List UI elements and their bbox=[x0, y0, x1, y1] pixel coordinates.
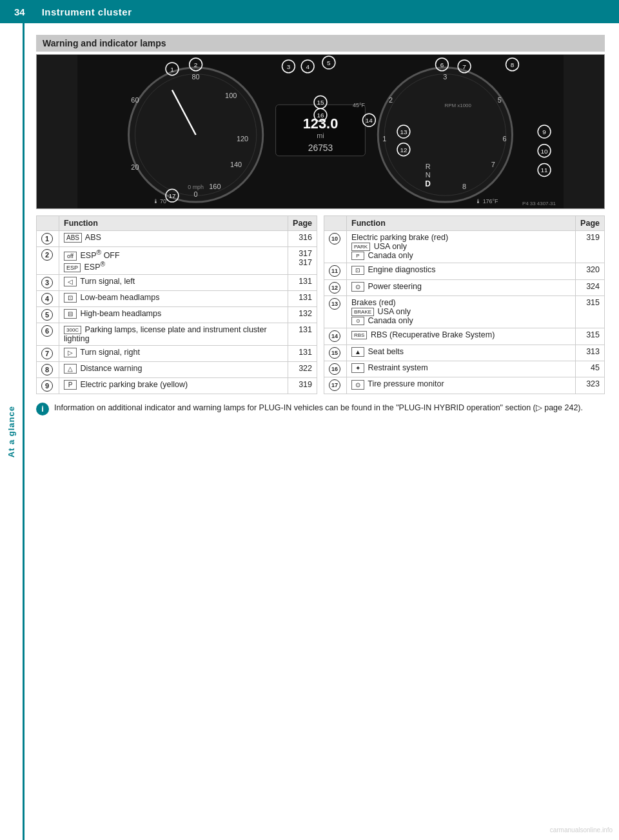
high-beam-icon: ⊟ bbox=[64, 309, 77, 319]
page-body: At a glance Warning and indicator lamps … bbox=[0, 23, 619, 840]
row-page: 131 bbox=[288, 323, 317, 345]
svg-text:14: 14 bbox=[366, 117, 373, 124]
svg-text:20: 20 bbox=[131, 163, 139, 171]
svg-text:4: 4 bbox=[306, 63, 310, 70]
row-function: 300C Parking lamps, license plate and in… bbox=[59, 323, 288, 345]
row-page: 320 bbox=[576, 263, 605, 279]
park-canada-icon: P bbox=[351, 252, 364, 260]
info-icon: i bbox=[36, 403, 49, 415]
svg-text:N: N bbox=[426, 171, 431, 179]
seatbelt-icon: ▲ bbox=[351, 347, 364, 357]
row-num: 2 bbox=[41, 249, 53, 261]
svg-text:6: 6 bbox=[440, 61, 444, 68]
svg-text:2: 2 bbox=[194, 61, 198, 68]
row-num: 13 bbox=[329, 298, 340, 310]
power-steering-icon: ⊙ bbox=[351, 282, 364, 292]
epb-yellow-icon: P bbox=[64, 380, 77, 390]
row-function: ✦ Restraint system bbox=[347, 361, 576, 377]
engine-diag-icon: ⊡ bbox=[351, 266, 364, 275]
row-function: ⊙ Power steering bbox=[347, 279, 576, 295]
table-row: 11 ⊡ Engine diagnostics 320 bbox=[324, 263, 605, 279]
row-function: △ Distance warning bbox=[59, 361, 288, 377]
row-page: 324 bbox=[576, 279, 605, 295]
row-page: 131 bbox=[288, 290, 317, 306]
row-page: 323 bbox=[576, 377, 605, 394]
svg-text:160: 160 bbox=[209, 183, 221, 190]
row-num: 17 bbox=[329, 379, 340, 391]
section-title: Warning and indicator lamps bbox=[36, 35, 605, 52]
table-row: 3 ◁ Turn signal, left 131 bbox=[37, 274, 317, 290]
tables-section: Function Page 1 ABS ABS 316 2 bbox=[36, 215, 605, 394]
restraint-icon: ✦ bbox=[351, 363, 364, 373]
table-row: 5 ⊟ High-beam headlamps 132 bbox=[37, 306, 317, 323]
svg-text:8: 8 bbox=[511, 61, 515, 68]
svg-text:0 mph: 0 mph bbox=[188, 184, 204, 190]
right-table-header-num bbox=[324, 216, 347, 231]
row-num: 7 bbox=[41, 348, 53, 359]
row-num: 4 bbox=[41, 293, 53, 305]
esp-off-icon: off bbox=[64, 252, 77, 261]
right-table-header-function: Function bbox=[347, 216, 576, 231]
row-function: RBS RBS (Recuperative Brake System) bbox=[347, 328, 576, 345]
row-function: ▲ Seat belts bbox=[347, 345, 576, 361]
left-sidebar: At a glance bbox=[0, 23, 25, 840]
brake-usa-icon: BRAKE bbox=[351, 308, 374, 316]
svg-text:1: 1 bbox=[382, 135, 386, 143]
tire-pressure-icon: ⊙ bbox=[351, 380, 364, 390]
svg-text:🌡 176°F: 🌡 176°F bbox=[475, 198, 498, 205]
row-num: 9 bbox=[41, 380, 53, 392]
row-function: ⊡ Low-beam headlamps bbox=[59, 290, 288, 306]
esp-icon: ESP bbox=[64, 263, 81, 272]
left-table-header-page: Page bbox=[288, 216, 317, 231]
row-num: 14 bbox=[329, 330, 340, 342]
row-function: ◁ Turn signal, left bbox=[59, 274, 288, 290]
row-page: 319 bbox=[288, 377, 317, 394]
svg-text:0: 0 bbox=[194, 190, 198, 198]
row-function: ⊟ High-beam headlamps bbox=[59, 306, 288, 323]
row-num: 10 bbox=[329, 233, 340, 245]
row-page: 45 bbox=[576, 361, 605, 377]
row-function: ▷ Turn signal, right bbox=[59, 345, 288, 361]
svg-text:16: 16 bbox=[317, 112, 324, 119]
svg-text:11: 11 bbox=[541, 166, 549, 174]
svg-text:12: 12 bbox=[400, 146, 408, 154]
svg-text:RPM x1000: RPM x1000 bbox=[445, 103, 472, 108]
table-row: 12 ⊙ Power steering 324 bbox=[324, 279, 605, 295]
table-row: 8 △ Distance warning 322 bbox=[37, 361, 317, 377]
row-function: ⊡ Engine diagnostics bbox=[347, 263, 576, 279]
svg-text:120: 120 bbox=[237, 135, 248, 143]
svg-text:13: 13 bbox=[400, 128, 408, 135]
header-title: Instrument cluster bbox=[42, 6, 132, 17]
info-note-text: Information on additional indicator and … bbox=[54, 402, 583, 414]
svg-text:D: D bbox=[425, 179, 431, 188]
svg-text:7: 7 bbox=[491, 161, 495, 168]
svg-text:10: 10 bbox=[541, 148, 549, 155]
park-usa-icon: PARK bbox=[351, 243, 370, 251]
info-note: i Information on additional indicator an… bbox=[36, 402, 605, 415]
svg-text:8: 8 bbox=[462, 183, 466, 190]
table-row: 2 off ESP® OFF ESP ESP® 317317 bbox=[37, 247, 317, 275]
svg-text:5: 5 bbox=[327, 59, 331, 66]
svg-text:1: 1 bbox=[170, 66, 174, 73]
row-page: 319 bbox=[576, 231, 605, 263]
svg-text:9: 9 bbox=[542, 128, 546, 135]
brake-canada-icon: ⊙ bbox=[351, 317, 364, 325]
row-function: off ESP® OFF ESP ESP® bbox=[59, 247, 288, 275]
low-beam-icon: ⊡ bbox=[64, 293, 77, 303]
row-function: ⊙ Tire pressure monitor bbox=[347, 377, 576, 394]
left-table-header-num bbox=[37, 216, 59, 231]
svg-text:140: 140 bbox=[230, 161, 242, 168]
row-page: 317317 bbox=[288, 247, 317, 275]
table-row: 4 ⊡ Low-beam headlamps 131 bbox=[37, 290, 317, 306]
row-page: 316 bbox=[288, 231, 317, 247]
row-num: 12 bbox=[329, 282, 340, 294]
row-page: 315 bbox=[576, 328, 605, 345]
svg-text:R: R bbox=[426, 163, 431, 170]
svg-text:45°F: 45°F bbox=[353, 102, 365, 108]
row-num: 3 bbox=[41, 277, 53, 288]
page-number: 34 bbox=[10, 6, 29, 17]
svg-text:7: 7 bbox=[462, 63, 466, 70]
row-page: 315 bbox=[576, 296, 605, 328]
main-content: Warning and indicator lamps 80 0 60 20 1… bbox=[25, 23, 619, 840]
table-row: 14 RBS RBS (Recuperative Brake System) 3… bbox=[324, 328, 605, 345]
